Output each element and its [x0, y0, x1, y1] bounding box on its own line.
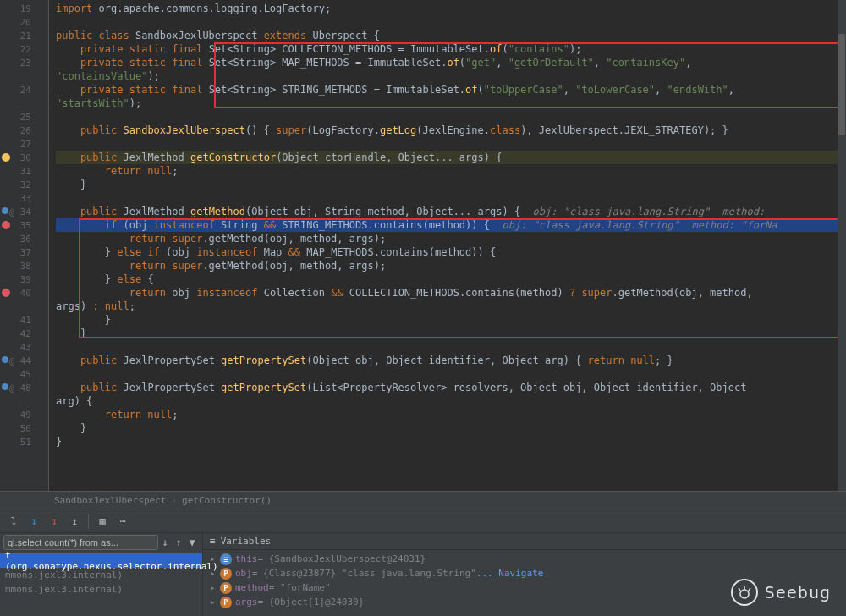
line-number: 51 — [0, 435, 48, 448]
line-number — [0, 96, 48, 110]
code-line[interactable]: "containsValue"); — [56, 69, 846, 83]
code-line[interactable] — [56, 137, 846, 151]
vertical-scrollbar[interactable] — [838, 0, 846, 491]
code-line[interactable] — [56, 191, 846, 205]
line-number — [0, 300, 48, 313]
code-area[interactable]: import org.apache.commons.logging.LogFac… — [49, 0, 846, 491]
line-number: 48@ — [0, 381, 48, 394]
expand-arrow-icon[interactable]: ▸ — [210, 582, 220, 593]
list-icon: ≡ — [210, 536, 216, 547]
variable-value: = {SandboxJexlUberspect@24031} — [258, 553, 426, 564]
code-line[interactable]: private static final Set<String> STRING_… — [56, 83, 846, 96]
code-line[interactable]: } — [56, 435, 846, 448]
line-number: 44@ — [0, 354, 48, 367]
code-editor[interactable]: 1920212223242526273031323334@35363738394… — [0, 0, 846, 491]
code-line[interactable]: } else if (obj instanceof Map && MAP_MET… — [56, 245, 846, 259]
code-line[interactable]: private static final Set<String> COLLECT… — [56, 42, 846, 56]
line-number: 20 — [0, 15, 48, 29]
line-number: 45 — [0, 367, 48, 381]
code-line[interactable] — [56, 15, 846, 29]
variable-value: = {Class@23877} "class java.lang.String" — [252, 568, 476, 579]
code-line[interactable] — [56, 340, 846, 354]
code-line[interactable]: public JexlPropertySet getPropertySet(Li… — [56, 381, 846, 394]
code-line[interactable]: return super.getMethod(obj, method, args… — [56, 232, 846, 245]
line-number: 43 — [0, 340, 48, 354]
gutter: 1920212223242526273031323334@35363738394… — [0, 0, 49, 491]
code-line[interactable]: public JexlMethod getMethod(Object obj, … — [56, 205, 846, 218]
code-line[interactable]: } else { — [56, 272, 846, 286]
debug-panel: ↓ ↑ ▼ t (org.sonatype.nexus.selector.int… — [0, 533, 846, 616]
frames-panel: ↓ ↑ ▼ t (org.sonatype.nexus.selector.int… — [0, 533, 203, 616]
code-line[interactable]: return null; — [56, 164, 846, 178]
step-over-icon[interactable]: ⤵ — [7, 514, 20, 528]
evaluate-icon[interactable]: ▦ — [96, 514, 109, 528]
line-number: 33 — [0, 191, 48, 205]
more-icon[interactable]: ⋯ — [116, 514, 129, 528]
line-number: 34@ — [0, 205, 48, 218]
step-into-icon[interactable]: ↧ — [27, 514, 41, 528]
code-line[interactable]: public SandboxJexlUberspect() { super(Lo… — [56, 124, 846, 137]
code-line[interactable]: public JexlPropertySet getPropertySet(Ob… — [56, 354, 846, 367]
expand-arrow-icon[interactable]: ▸ — [210, 597, 220, 608]
force-step-icon[interactable]: ↧ — [47, 514, 61, 528]
line-number: 42 — [0, 327, 48, 340]
filter-icon[interactable]: ▼ — [185, 536, 199, 549]
seebug-icon — [731, 579, 758, 606]
step-out-icon[interactable]: ↥ — [68, 514, 81, 528]
watermark-text: Seebug — [765, 582, 831, 602]
code-line[interactable]: args) : null; — [56, 300, 846, 313]
separator — [88, 514, 89, 529]
line-number: 30 — [0, 151, 48, 164]
code-line[interactable]: } — [56, 327, 846, 340]
code-line[interactable]: } — [56, 313, 846, 327]
line-number: 31 — [0, 164, 48, 178]
debug-toolbar: ⤵ ↧ ↧ ↥ ▦ ⋯ — [0, 509, 846, 533]
code-line[interactable]: public class SandboxJexlUberspect extend… — [56, 29, 846, 42]
frame-item[interactable]: mmons.jexl3.internal) — [0, 582, 202, 597]
variable-badge-icon: P — [220, 568, 232, 580]
watermark: Seebug — [731, 579, 831, 606]
line-number: 49 — [0, 408, 48, 421]
code-line[interactable]: if (obj instanceof String && STRING_METH… — [56, 218, 846, 232]
code-line[interactable]: "startsWith"); — [56, 96, 846, 110]
line-number: 50 — [0, 421, 48, 435]
variable-item[interactable]: ▸≡this = {SandboxJexlUberspect@24031} — [203, 552, 846, 566]
line-number — [0, 394, 48, 408]
variable-name: args — [235, 597, 258, 608]
code-line[interactable]: return obj instanceof Collection && COLL… — [56, 286, 846, 300]
navigate-link[interactable]: ... Navigate — [476, 568, 543, 579]
frames-search-input[interactable] — [3, 535, 158, 550]
line-number: 37 — [0, 245, 48, 259]
variable-badge-icon: ≡ — [220, 553, 232, 565]
code-line[interactable]: private static final Set<String> MAP_MET… — [56, 56, 846, 69]
code-line[interactable]: public JexlMethod getConstructor(Object … — [56, 151, 846, 164]
code-line[interactable]: return null; — [56, 408, 846, 421]
down-arrow-icon[interactable]: ↓ — [158, 536, 172, 549]
line-number: 38 — [0, 259, 48, 272]
code-line[interactable]: } — [56, 421, 846, 435]
expand-arrow-icon[interactable]: ▸ — [210, 553, 220, 564]
breadcrumb-item[interactable]: SandboxJexlUberspect — [49, 495, 171, 506]
line-number: 40 — [0, 286, 48, 300]
scrollbar-thumb[interactable] — [838, 34, 845, 135]
up-arrow-icon[interactable]: ↑ — [172, 536, 185, 549]
breadcrumb-bar: SandboxJexlUberspect › getConstructor() — [0, 491, 846, 509]
frame-item[interactable]: t (org.sonatype.nexus.selector.internal) — [0, 553, 202, 568]
code-line[interactable]: return super.getMethod(obj, method, args… — [56, 259, 846, 272]
line-number — [0, 69, 48, 83]
expand-arrow-icon[interactable]: ▸ — [210, 568, 220, 579]
breadcrumb-item[interactable]: getConstructor() — [177, 495, 277, 506]
line-number: 25 — [0, 110, 48, 124]
line-number: 41 — [0, 313, 48, 327]
variables-header: ≡ Variables — [203, 533, 846, 550]
code-line[interactable]: import org.apache.commons.logging.LogFac… — [56, 2, 846, 15]
code-line[interactable] — [56, 367, 846, 381]
line-number: 21 — [0, 29, 48, 42]
code-line[interactable]: } — [56, 178, 846, 191]
line-number: 36 — [0, 232, 48, 245]
line-number: 22 — [0, 42, 48, 56]
line-number: 23 — [0, 56, 48, 69]
line-number: 24 — [0, 83, 48, 96]
code-line[interactable]: arg) { — [56, 394, 846, 408]
code-line[interactable] — [56, 110, 846, 124]
